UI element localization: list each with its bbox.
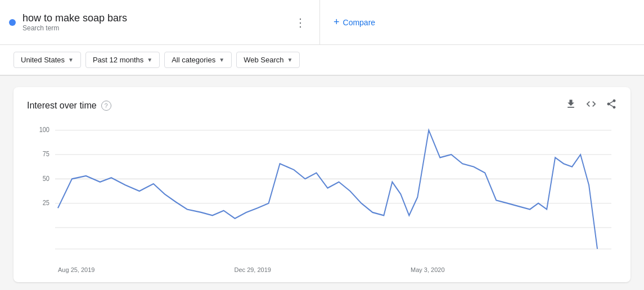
main-content: Interest over time ? — [0, 76, 644, 290]
x-label-3: May 3, 2020 — [411, 266, 445, 273]
chart-title: Interest over time — [27, 101, 97, 111]
x-label-2: Dec 29, 2019 — [235, 266, 271, 273]
filters-row: United States ▼ Past 12 months ▼ All cat… — [0, 45, 644, 76]
compare-label: Compare — [343, 18, 376, 27]
time-range-chevron-icon: ▼ — [147, 57, 152, 63]
download-icon[interactable] — [565, 98, 577, 112]
chart-area: 100 75 50 25 — [27, 118, 617, 264]
svg-text:25: 25 — [43, 200, 49, 206]
categories-filter[interactable]: All categories ▼ — [164, 52, 232, 68]
x-axis-labels: Aug 25, 2019 Dec 29, 2019 May 3, 2020 en… — [27, 264, 617, 273]
location-filter[interactable]: United States ▼ — [13, 52, 81, 68]
compare-button[interactable]: + Compare — [334, 16, 375, 28]
chart-header: Interest over time ? — [27, 98, 617, 112]
help-icon[interactable]: ? — [101, 101, 111, 111]
svg-text:100: 100 — [39, 126, 49, 133]
search-term-title: how to make soap bars — [22, 12, 127, 24]
trend-chart: 100 75 50 25 — [27, 118, 617, 264]
search-bar: how to make soap bars Search term ⋮ + Co… — [0, 0, 644, 45]
trend-line — [58, 130, 597, 249]
x-label-1: Aug 25, 2019 — [58, 266, 94, 273]
time-range-filter[interactable]: Past 12 months ▼ — [85, 52, 160, 68]
location-label: United States — [21, 56, 65, 64]
embed-icon[interactable] — [586, 98, 597, 112]
chart-actions — [565, 98, 617, 112]
search-term-text: how to make soap bars Search term — [22, 12, 127, 32]
compare-block: + Compare — [320, 16, 635, 28]
svg-text:50: 50 — [43, 175, 49, 182]
categories-chevron-icon: ▼ — [219, 57, 224, 63]
search-type-label: Web Search — [244, 56, 283, 64]
svg-text:75: 75 — [43, 151, 49, 157]
categories-label: All categories — [172, 56, 215, 64]
search-term-subtitle: Search term — [22, 24, 127, 32]
search-term-dot — [9, 19, 16, 26]
share-icon[interactable] — [606, 98, 617, 112]
search-term-block: how to make soap bars Search term ⋮ — [9, 0, 320, 44]
chart-card: Interest over time ? — [13, 87, 631, 282]
time-range-label: Past 12 months — [93, 56, 143, 64]
search-type-chevron-icon: ▼ — [287, 57, 292, 63]
chart-title-area: Interest over time ? — [27, 101, 111, 111]
more-options-icon[interactable]: ⋮ — [290, 11, 310, 34]
compare-plus-icon: + — [334, 16, 340, 28]
search-type-filter[interactable]: Web Search ▼ — [236, 52, 300, 68]
location-chevron-icon: ▼ — [68, 57, 74, 63]
